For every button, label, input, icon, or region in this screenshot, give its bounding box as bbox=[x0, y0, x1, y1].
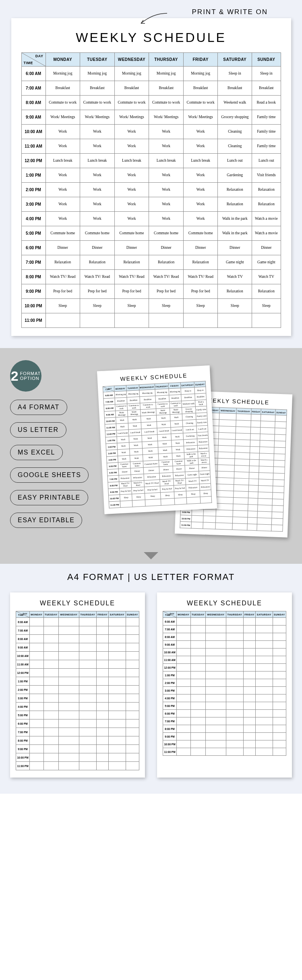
schedule-cell bbox=[190, 641, 206, 648]
schedule-cell bbox=[236, 414, 251, 421]
schedule-cell: Lunch break bbox=[171, 427, 183, 434]
schedule-cell bbox=[97, 728, 109, 736]
schedule-cell bbox=[108, 669, 126, 677]
schedule-cell bbox=[126, 711, 139, 719]
schedule-cell bbox=[226, 748, 243, 756]
time-label: 11:00 AM bbox=[105, 424, 116, 431]
schedule-cell: Lunch out bbox=[197, 425, 208, 432]
schedule-cell: Work bbox=[117, 442, 130, 450]
schedule-cell bbox=[255, 679, 273, 687]
day-header: SUNDAY bbox=[252, 53, 281, 67]
schedule-cell: Work bbox=[170, 420, 183, 427]
schedule-cell bbox=[59, 753, 79, 762]
schedule-cell: Relaxation bbox=[218, 197, 252, 212]
schedule-cell bbox=[206, 740, 226, 748]
schedule-cell: Sleep bbox=[160, 492, 175, 499]
schedule-cell: Read a book bbox=[195, 400, 207, 407]
schedule-cell bbox=[97, 686, 109, 694]
schedule-cell: Relaxation bbox=[184, 445, 198, 452]
schedule-cell bbox=[247, 524, 257, 531]
schedule-cell bbox=[30, 626, 44, 635]
schedule-cell bbox=[177, 687, 191, 694]
corner-cell: DAYTIME bbox=[103, 386, 114, 392]
schedule-cell: Morning jog bbox=[183, 67, 218, 81]
schedule-cell bbox=[244, 748, 256, 756]
schedule-cell: Lunch out bbox=[183, 426, 197, 433]
schedule-cell bbox=[273, 648, 286, 656]
schedule-cell: Cleaning bbox=[182, 413, 196, 420]
table-row: 11:00 AMWorkWorkWorkWorkWorkCleaningFami… bbox=[21, 139, 281, 154]
schedule-cell: Walk in the park bbox=[218, 226, 252, 241]
schedule-cell bbox=[177, 748, 191, 756]
table-row: 2:00 PM bbox=[163, 679, 286, 687]
schedule-cell bbox=[250, 427, 261, 434]
schedule-cell bbox=[46, 313, 80, 328]
schedule-cell: Relaxation bbox=[252, 284, 281, 299]
schedule-cell: Gardening bbox=[183, 432, 197, 440]
time-label: 4:00 PM bbox=[16, 703, 30, 711]
schedule-cell bbox=[248, 505, 258, 511]
schedule-cell: Breakfast bbox=[127, 397, 140, 404]
schedule-cell bbox=[79, 660, 96, 669]
schedule-cell bbox=[149, 313, 184, 328]
schedule-cell bbox=[218, 458, 235, 465]
schedule-cell bbox=[177, 641, 191, 648]
schedule-cell bbox=[206, 710, 226, 717]
schedule-cell: Work bbox=[128, 416, 141, 423]
a4-preview: WEEKLY SCHEDULE DAYTIMEMONDAYTUESDAYWEDN… bbox=[10, 592, 145, 778]
schedule-cell bbox=[260, 434, 275, 441]
schedule-cell bbox=[79, 719, 96, 728]
time-label: 9:00 PM bbox=[21, 284, 46, 299]
schedule-cell bbox=[273, 679, 286, 687]
schedule-cell bbox=[59, 711, 79, 719]
schedule-cell: Prep for bed bbox=[132, 487, 145, 494]
schedule-cell: Prep for bed bbox=[149, 284, 184, 299]
schedule-cell bbox=[79, 694, 96, 703]
schedule-cell bbox=[190, 626, 206, 633]
schedule-cell bbox=[258, 505, 272, 512]
schedule-cell: Lunch break bbox=[183, 154, 218, 168]
table-row: 10:00 PM bbox=[163, 740, 286, 748]
schedule-cell: Work bbox=[183, 125, 218, 139]
schedule-cell bbox=[233, 511, 248, 517]
schedule-cell bbox=[108, 643, 126, 652]
schedule-cell bbox=[191, 522, 203, 529]
schedule-cell bbox=[216, 503, 234, 510]
schedule-cell bbox=[190, 717, 206, 725]
schedule-cell bbox=[190, 702, 206, 710]
feature-pill: A4 FORMAT bbox=[10, 400, 67, 415]
schedule-cell bbox=[79, 669, 96, 677]
schedule-cell bbox=[250, 434, 260, 440]
schedule-cell: Prep for bed bbox=[160, 485, 174, 492]
time-label: 11:00 PM bbox=[16, 762, 30, 770]
schedule-cell bbox=[43, 703, 59, 711]
schedule-cell bbox=[257, 524, 271, 531]
schedule-cell bbox=[244, 725, 256, 733]
schedule-cell: Work/ Meetings bbox=[80, 110, 115, 125]
schedule-cell bbox=[274, 441, 285, 448]
schedule-cell bbox=[255, 671, 273, 679]
table-row: 10:00 AM bbox=[16, 652, 139, 660]
schedule-cell: Relaxation bbox=[131, 474, 144, 481]
schedule-cell: Relaxation bbox=[218, 183, 252, 197]
day-header: THURSDAY bbox=[79, 611, 96, 618]
schedule-cell bbox=[234, 491, 248, 498]
schedule-cell bbox=[200, 496, 211, 503]
schedule-cell: Work bbox=[46, 183, 80, 197]
schedule-cell bbox=[274, 454, 285, 461]
schedule-cell bbox=[30, 736, 44, 745]
time-label: 12:00 PM bbox=[163, 664, 177, 671]
schedule-cell bbox=[97, 703, 109, 711]
schedule-cell: Relaxation bbox=[173, 472, 186, 479]
schedule-cell bbox=[186, 497, 201, 504]
time-label: 7:00 PM bbox=[21, 255, 46, 270]
table-row: 9:00 AMWork/ MeetingsWork/ MeetingsWork/… bbox=[21, 110, 281, 125]
schedule-cell bbox=[108, 626, 126, 635]
schedule-cell: Dinner bbox=[173, 465, 185, 473]
time-label: 11:00 PM bbox=[163, 748, 177, 756]
schedule-cell: Work bbox=[128, 423, 142, 430]
schedule-cell bbox=[255, 702, 273, 710]
schedule-cell bbox=[273, 641, 286, 648]
schedule-cell bbox=[259, 466, 273, 473]
schedule-cell: Work bbox=[157, 421, 171, 428]
